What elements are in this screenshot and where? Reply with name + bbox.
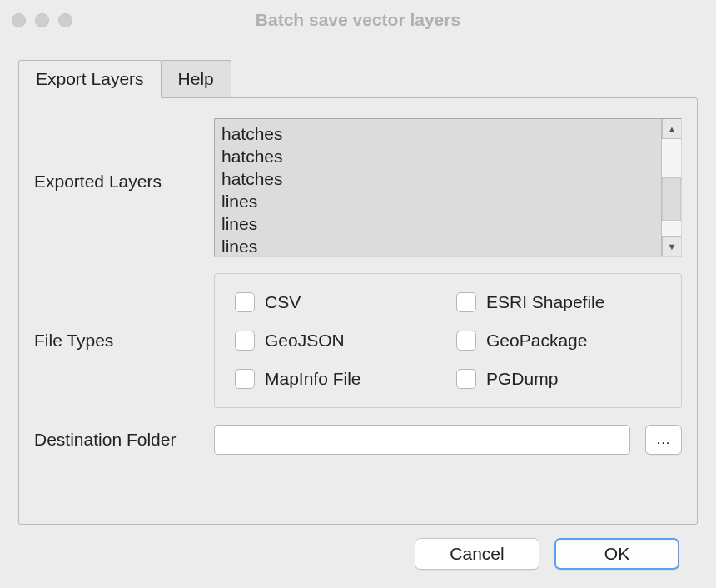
browse-button[interactable]: ...: [645, 425, 682, 455]
dialog-footer: Cancel OK: [18, 525, 698, 573]
checkbox-geopackage[interactable]: GeoPackage: [456, 331, 661, 351]
list-item[interactable]: lines: [221, 190, 654, 212]
tab-export-layers[interactable]: Export Layers: [18, 60, 162, 98]
chevron-down-icon: ▼: [668, 242, 677, 252]
scroll-thumb[interactable]: [662, 177, 681, 221]
scroll-down-button[interactable]: ▼: [662, 236, 681, 256]
chevron-up-icon: ▲: [668, 124, 677, 134]
checkbox-label: ESRI Shapefile: [486, 292, 604, 312]
destination-folder-input[interactable]: [214, 425, 630, 455]
dialog-window: Batch save vector layers Export Layers H…: [0, 0, 716, 588]
checkbox-box: [456, 292, 476, 312]
file-types-group: CSV ESRI Shapefile GeoJSON GeoPackage: [214, 273, 682, 408]
file-types-row: File Types CSV ESRI Shapefile GeoJSON: [34, 273, 682, 408]
tab-label: Help: [178, 69, 214, 88]
button-label: Cancel: [450, 544, 504, 564]
tab-bar: Export Layers Help: [18, 60, 698, 97]
checkbox-box: [235, 331, 255, 351]
tab-label: Export Layers: [36, 69, 144, 88]
checkbox-esri-shapefile[interactable]: ESRI Shapefile: [456, 292, 661, 312]
checkbox-box: [235, 292, 255, 312]
checkbox-label: PGDump: [486, 369, 558, 389]
checkbox-label: GeoJSON: [265, 331, 345, 351]
ellipsis-icon: ...: [656, 431, 670, 448]
close-window-button[interactable]: [12, 13, 26, 27]
checkbox-pgdump[interactable]: PGDump: [456, 369, 661, 389]
button-label: OK: [604, 544, 629, 564]
scrollbar: ▲ ▼: [661, 119, 681, 256]
checkbox-label: MapInfo File: [265, 369, 361, 389]
exported-layers-listbox[interactable]: hatches hatches hatches lines lines line…: [214, 118, 682, 257]
window-controls: [12, 13, 72, 27]
list-item[interactable]: hatches: [221, 167, 654, 190]
destination-folder-label: Destination Folder: [34, 430, 199, 450]
checkbox-box: [456, 369, 476, 389]
window-title: Batch save vector layers: [0, 10, 716, 30]
titlebar: Batch save vector layers: [0, 0, 716, 40]
content-area: Export Layers Help Exported Layers hatch…: [0, 40, 716, 588]
list-item[interactable]: hatches: [221, 122, 654, 145]
list-item[interactable]: lines: [221, 212, 654, 235]
checkbox-box: [235, 369, 255, 389]
checkbox-csv[interactable]: CSV: [235, 292, 440, 312]
scroll-track[interactable]: [662, 139, 681, 236]
minimize-window-button[interactable]: [35, 13, 49, 27]
checkbox-mapinfo-file[interactable]: MapInfo File: [235, 369, 440, 389]
checkbox-box: [456, 331, 476, 351]
cancel-button[interactable]: Cancel: [415, 538, 539, 570]
list-item[interactable]: lines: [221, 235, 654, 256]
tab-help[interactable]: Help: [162, 60, 231, 97]
checkbox-label: GeoPackage: [486, 331, 587, 351]
exported-layers-row: Exported Layers hatches hatches hatches …: [34, 118, 682, 257]
zoom-window-button[interactable]: [58, 13, 72, 27]
ok-button[interactable]: OK: [554, 538, 679, 570]
list-items: hatches hatches hatches lines lines line…: [215, 119, 661, 256]
file-types-label: File Types: [34, 331, 199, 351]
checkbox-geojson[interactable]: GeoJSON: [235, 331, 440, 351]
list-item[interactable]: hatches: [221, 145, 654, 167]
export-panel: Exported Layers hatches hatches hatches …: [18, 97, 698, 525]
scroll-up-button[interactable]: ▲: [662, 119, 681, 139]
exported-layers-label: Exported Layers: [34, 118, 199, 192]
destination-folder-row: Destination Folder ...: [34, 425, 682, 455]
checkbox-label: CSV: [265, 292, 301, 312]
